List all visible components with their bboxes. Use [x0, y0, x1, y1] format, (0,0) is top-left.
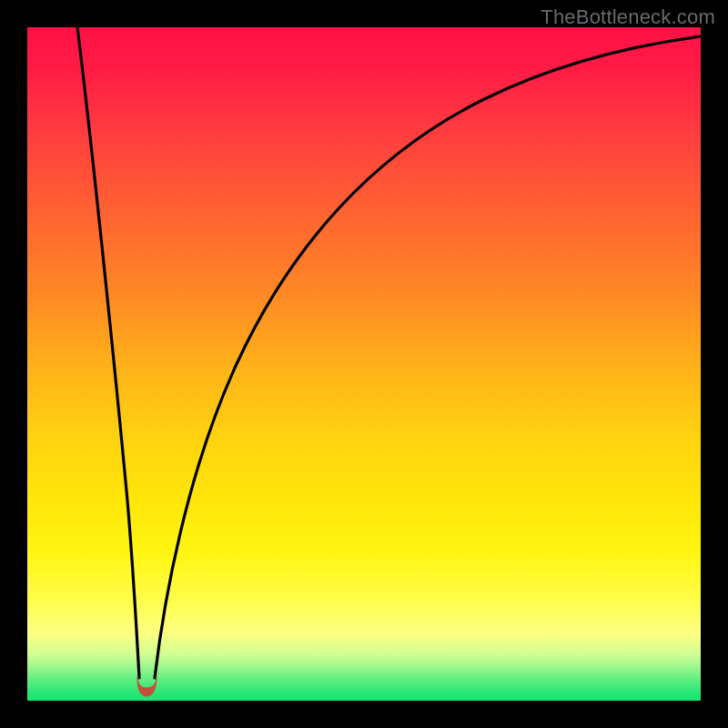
mismatch-curve-right: [155, 36, 701, 678]
curve-layer: [27, 27, 701, 701]
site-watermark: TheBottleneck.com: [541, 5, 715, 29]
mismatch-curve-left: [77, 27, 139, 678]
optimum-marker: [137, 677, 157, 696]
plot-area: [27, 27, 701, 701]
chart-frame: TheBottleneck.com: [0, 0, 728, 728]
